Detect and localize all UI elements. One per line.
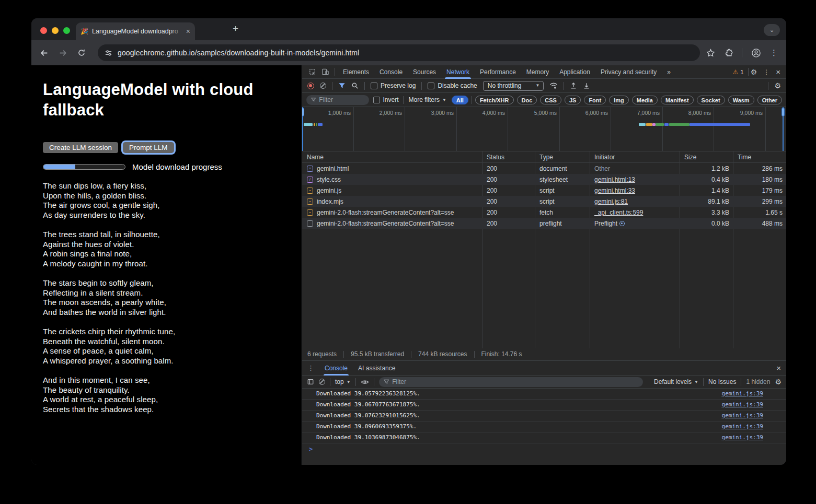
source-link[interactable]: gemini.js:39 <box>722 400 763 410</box>
disable-cache-checkbox[interactable]: Disable cache <box>428 82 477 89</box>
inspect-element-button[interactable] <box>306 68 319 76</box>
preflight-info-icon[interactable] <box>619 221 625 226</box>
filter-chip-socket[interactable]: Socket <box>697 96 725 104</box>
column-header-type[interactable]: Type <box>535 154 590 161</box>
network-filter-input[interactable] <box>319 96 364 103</box>
console-filter-input[interactable] <box>392 378 638 385</box>
console-message[interactable]: Downloaded 39.10369873046875%. gemini.js… <box>302 432 786 443</box>
drawer-tab-console[interactable]: Console <box>319 361 353 376</box>
tab-memory[interactable]: Memory <box>521 65 554 79</box>
import-har-button[interactable] <box>570 82 577 89</box>
tab-sources[interactable]: Sources <box>408 65 441 79</box>
console-levels-select[interactable]: Default levels▼ <box>654 378 698 385</box>
initiator-link[interactable]: gemini.html:33 <box>594 187 635 194</box>
column-header-time[interactable]: Time <box>733 154 786 161</box>
filter-chip-manifest[interactable]: Manifest <box>661 96 694 104</box>
console-settings-icon[interactable]: ⚙ <box>775 378 781 385</box>
network-conditions-button[interactable] <box>549 82 558 89</box>
invert-checkbox-input[interactable] <box>373 97 380 103</box>
timeline-selection-handle-left[interactable] <box>302 107 303 151</box>
source-link[interactable]: gemini.js:39 <box>722 389 763 399</box>
window-minimize-button[interactable] <box>52 27 59 34</box>
clear-network-log-button[interactable] <box>320 83 326 89</box>
tab-performance[interactable]: Performance <box>475 65 521 79</box>
console-sidebar-toggle-button[interactable] <box>307 378 314 385</box>
table-row[interactable]: •gemini.js 200 script gemini.html:33 1.4… <box>302 185 786 196</box>
more-filters-button[interactable]: More filters ▼ <box>408 96 447 103</box>
hidden-messages-count[interactable]: 1 hidden <box>746 378 770 385</box>
preserve-log-checkbox[interactable]: Preserve log <box>371 82 416 89</box>
filter-chip-fetch-xhr[interactable]: Fetch/XHR <box>475 96 514 104</box>
table-row[interactable]: •index.mjs 200 script gemini.js:81 89.1 … <box>302 196 786 207</box>
filter-chip-css[interactable]: CSS <box>540 96 561 104</box>
forward-button[interactable] <box>59 49 67 57</box>
timeline-selection-handle-right[interactable] <box>783 107 784 151</box>
console-message[interactable]: Downloaded 39.07623291015625%. gemini.js… <box>302 411 786 421</box>
prompt-llm-button[interactable]: Prompt LLM <box>123 142 174 153</box>
network-search-button[interactable] <box>351 82 359 89</box>
create-llm-session-button[interactable]: Create LLM session <box>43 142 118 153</box>
tab-privacy-and-security[interactable]: Privacy and security <box>595 65 662 79</box>
back-button[interactable] <box>40 49 49 57</box>
network-overview-timeline[interactable]: 1,000 ms 2,000 ms 3,000 ms 4,000 ms 5,00… <box>302 107 786 151</box>
more-tabs-button[interactable]: » <box>662 65 676 79</box>
filter-chip-other[interactable]: Other <box>757 96 782 104</box>
extensions-button[interactable] <box>724 49 733 57</box>
preserve-log-checkbox-input[interactable] <box>371 83 377 89</box>
console-message[interactable]: Downloaded 39.06707763671875%. gemini.js… <box>302 400 786 411</box>
console-message[interactable]: Downloaded 39.05792236328125%. gemini.js… <box>302 389 786 400</box>
tab-search-button[interactable]: ⌄ <box>764 24 780 36</box>
source-link[interactable]: gemini.js:39 <box>722 411 763 421</box>
record-network-log-button[interactable] <box>307 83 314 89</box>
drawer-menu-icon[interactable]: ⋮ <box>307 364 314 372</box>
filter-chip-all[interactable]: All <box>452 96 468 104</box>
bookmark-star-button[interactable] <box>706 49 715 57</box>
initiator-text[interactable]: Preflight <box>594 220 617 227</box>
devtools-close-icon[interactable]: × <box>776 68 780 76</box>
filter-chip-font[interactable]: Font <box>584 96 606 104</box>
source-link[interactable]: gemini.js:39 <box>722 421 763 432</box>
site-settings-icon[interactable] <box>105 49 112 57</box>
address-bar[interactable]: googlechrome.github.io/samples/downloadi… <box>98 44 700 61</box>
devtools-menu-icon[interactable]: ⋮ <box>763 68 769 76</box>
network-filter-toggle-button[interactable] <box>338 83 346 89</box>
table-row[interactable]: •gemini-2.0-flash:streamGenerateContent?… <box>302 207 786 218</box>
console-message[interactable]: Downloaded 39.0960693359375%. gemini.js:… <box>302 421 786 432</box>
disable-cache-checkbox-input[interactable] <box>428 83 434 89</box>
network-settings-icon[interactable]: ⚙ <box>774 82 781 89</box>
profile-button[interactable] <box>751 48 761 58</box>
window-maximize-button[interactable] <box>63 27 70 34</box>
device-toolbar-button[interactable] <box>319 68 332 76</box>
tab-network[interactable]: Network <box>441 65 475 79</box>
filter-chip-js[interactable]: JS <box>565 96 581 104</box>
tab-console[interactable]: Console <box>374 65 408 79</box>
export-har-button[interactable] <box>583 82 590 89</box>
window-close-button[interactable] <box>40 27 47 34</box>
initiator-link[interactable]: _api_client.ts:599 <box>594 209 643 216</box>
filter-chip-media[interactable]: Media <box>632 96 658 104</box>
filter-chip-doc[interactable]: Doc <box>517 96 537 104</box>
table-row[interactable]: gemini-2.0-flash:streamGenerateContent?a… <box>302 218 786 229</box>
column-header-initiator[interactable]: Initiator <box>590 154 680 161</box>
throttling-select[interactable]: No throttling ▼ <box>483 81 544 91</box>
column-header-name[interactable]: Name <box>302 154 482 161</box>
initiator-link[interactable]: gemini.js:81 <box>594 198 628 205</box>
table-row[interactable]: /style.css 200 stylesheet gemini.html:13… <box>302 174 786 185</box>
tab-application[interactable]: Application <box>554 65 595 79</box>
new-tab-button[interactable]: + <box>233 23 238 34</box>
drawer-close-icon[interactable]: × <box>776 364 781 372</box>
filter-chip-img[interactable]: Img <box>609 96 629 104</box>
browser-tab[interactable]: 🎉 LanguageModel downloadpro × <box>76 22 195 40</box>
initiator-link[interactable]: gemini.html:13 <box>594 176 635 183</box>
tab-elements[interactable]: Elements <box>338 65 374 79</box>
column-header-status[interactable]: Status <box>482 154 535 161</box>
drawer-tab-ai-assistance[interactable]: AI assistance <box>353 361 400 376</box>
clear-console-button[interactable] <box>319 379 325 385</box>
source-link[interactable]: gemini.js:39 <box>722 432 763 443</box>
issues-counter[interactable]: ⚠ 1 <box>729 68 748 76</box>
reload-button[interactable] <box>77 49 86 57</box>
console-prompt[interactable]: > <box>302 443 786 455</box>
filter-chip-wasm[interactable]: Wasm <box>728 96 754 104</box>
table-row[interactable]: ≡gemini.html 200 document Other 1.2 kB 2… <box>302 163 786 174</box>
browser-menu-button[interactable]: ⋮ <box>770 48 778 57</box>
